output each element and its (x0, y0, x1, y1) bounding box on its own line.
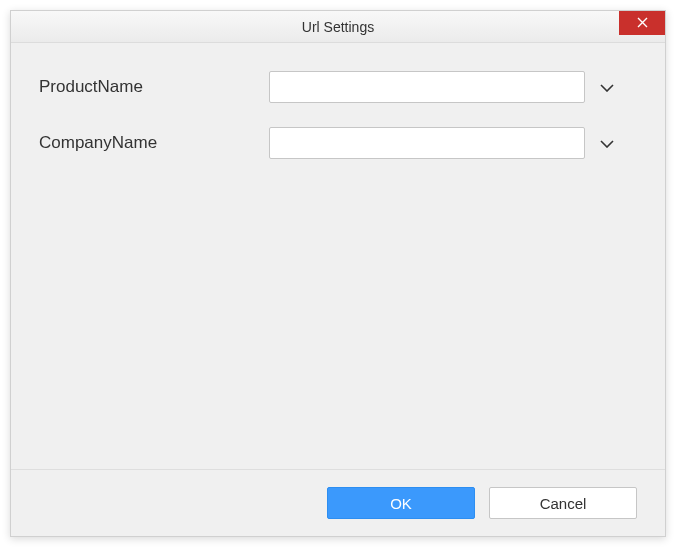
cancel-button[interactable]: Cancel (489, 487, 637, 519)
company-name-input[interactable] (269, 127, 585, 159)
product-name-label: ProductName (39, 77, 269, 97)
company-name-label: CompanyName (39, 133, 269, 153)
chevron-down-icon (600, 134, 614, 152)
product-name-expand[interactable] (597, 77, 617, 97)
company-name-expand[interactable] (597, 133, 617, 153)
company-name-input-wrap (269, 127, 637, 159)
form-row-company-name: CompanyName (39, 127, 637, 159)
product-name-input[interactable] (269, 71, 585, 103)
close-button[interactable] (619, 11, 665, 35)
ok-button[interactable]: OK (327, 487, 475, 519)
dialog-title: Url Settings (11, 19, 665, 35)
dialog-content: ProductName CompanyName (11, 43, 665, 469)
chevron-down-icon (600, 78, 614, 96)
dialog-footer: OK Cancel (11, 470, 665, 536)
titlebar: Url Settings (11, 11, 665, 43)
product-name-input-wrap (269, 71, 637, 103)
close-icon (637, 14, 648, 32)
form-row-product-name: ProductName (39, 71, 637, 103)
url-settings-dialog: Url Settings ProductName (10, 10, 666, 537)
